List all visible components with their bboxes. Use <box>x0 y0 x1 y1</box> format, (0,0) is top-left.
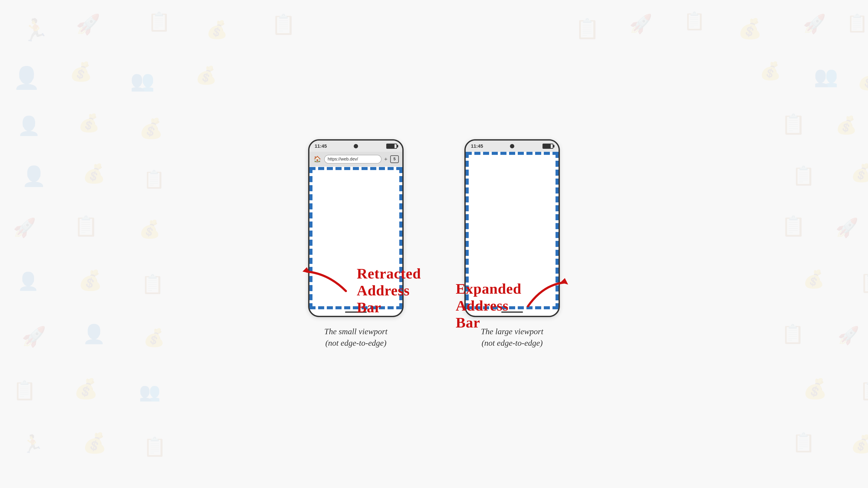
phone-left-address-bar: 🏠 https://web.dev/ + 5 <box>309 152 402 167</box>
phone-left-battery-fill <box>387 144 395 148</box>
retracted-arrow-icon <box>300 263 348 298</box>
expanded-arrow-icon <box>526 276 569 311</box>
expanded-label: Expanded Address Bar <box>456 280 522 331</box>
new-tab-icon: + <box>384 156 388 163</box>
phone-left-battery <box>386 143 397 149</box>
retracted-label-text: Retracted Address Bar <box>357 265 421 316</box>
main-content: Expanded Address Bar 11:45 🏠 <box>0 0 868 488</box>
url-bar: https://web.dev/ <box>324 155 381 164</box>
tabs-count-badge: 5 <box>390 155 399 163</box>
retracted-line1: Retracted <box>357 265 421 282</box>
expanded-line2: Address Bar <box>456 297 509 331</box>
caption-right-line2: (not edge-to-edge) <box>482 338 543 348</box>
phone-group-left: Expanded Address Bar 11:45 🏠 <box>308 139 404 349</box>
retracted-line2: Address Bar <box>357 282 410 316</box>
expanded-line1: Expanded <box>456 281 522 297</box>
phone-right-battery-fill <box>543 144 551 148</box>
svg-marker-1 <box>303 267 310 273</box>
phone-right-status-bar: 11:45 <box>466 140 559 152</box>
phone-right-camera <box>510 144 514 148</box>
phone-right-time: 11:45 <box>471 143 483 149</box>
phone-right-battery <box>542 143 553 149</box>
tabs-count-text: 5 <box>394 157 396 161</box>
expanded-label-text: Expanded Address Bar <box>456 280 522 331</box>
phone-left-time: 11:45 <box>315 143 327 149</box>
url-text: https://web.dev/ <box>328 157 358 162</box>
caption-left-line1: The small viewport <box>324 327 388 336</box>
phone-left-camera <box>354 144 358 148</box>
phone-left-caption: The small viewport (not edge-to-edge) <box>324 326 388 349</box>
retracted-label: Retracted Address Bar <box>357 265 421 316</box>
caption-left-line2: (not edge-to-edge) <box>325 338 386 348</box>
home-icon: 🏠 <box>313 155 321 164</box>
phone-left-status-bar: 11:45 <box>309 140 402 152</box>
